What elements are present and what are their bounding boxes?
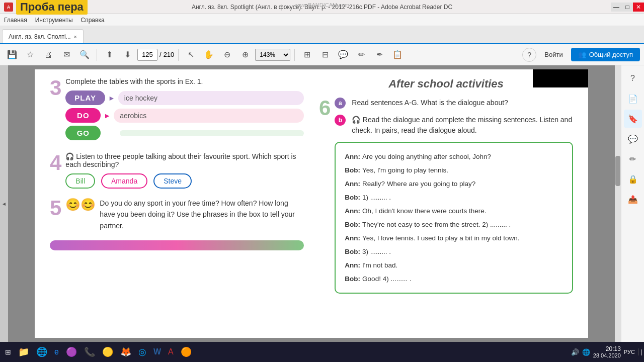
start-button[interactable]: ⊞ (2, 343, 14, 361)
hand-tool-button[interactable]: ✋ (201, 47, 217, 63)
ex5-number: 5 (50, 198, 61, 219)
zoom-in-button[interactable]: ⊕ (237, 47, 253, 63)
taskbar-acrobat[interactable]: A (165, 343, 177, 361)
share-button[interactable]: 👥 Общий доступ (571, 48, 640, 61)
speaker-bob-5: Bob: (345, 272, 360, 286)
taskbar-file-explorer[interactable]: 📁 (15, 343, 32, 361)
speaker-bob-1: Bob: (345, 163, 360, 177)
speaker-icon[interactable]: 🔊 (571, 348, 579, 356)
maximize-button[interactable]: □ (622, 3, 633, 12)
taskbar-ie[interactable]: e (51, 343, 62, 361)
taskbar-app1[interactable]: 🟣 (63, 343, 80, 361)
line-ann-1: Are you doing anything after school, Joh… (362, 150, 491, 163)
pdf-left-column: 3 Complete the tables with the sports in… (50, 77, 304, 330)
do-row: DO ► aerobics (65, 108, 304, 123)
sign-in-button[interactable]: Войти (540, 49, 567, 60)
line-ann-3: Oh, I didn't know there were courts ther… (362, 204, 486, 218)
print-button[interactable]: 🖨 (40, 47, 56, 63)
taskbar-time-block: 20:13 28.04.2020 (593, 345, 621, 358)
dialogue-line-6: Ann: Yes, I love tennis. I used to play … (345, 231, 563, 245)
toolbar-separator-3 (294, 49, 295, 61)
close-button[interactable]: ✕ (633, 3, 644, 12)
line-ann-4: Yes, I love tennis. I used to play a bit… (362, 231, 519, 245)
taskbar: ⊞ 📁 🌐 e 🟣 📞 🟡 🦊 ◎ W A 🟠 🔊 🌐 20:13 28.04.… (0, 342, 644, 362)
dialogue-line-7: Bob: 3) ......... . (345, 245, 563, 258)
sidebar-bookmarks-button[interactable]: 🔖 (624, 110, 642, 128)
cursor-tool-button[interactable]: ↖ (183, 47, 199, 63)
ex4-number: 4 (50, 152, 61, 173)
menu-home[interactable]: Главная (4, 17, 27, 24)
play-arrow-icon: ► (108, 94, 115, 102)
page-wrapper: 3 Complete the tables with the sports in… (8, 65, 615, 342)
sidebar-highlight-button[interactable]: ✏ (624, 150, 642, 168)
play-content-field: ice hockey (118, 91, 304, 105)
zoom-select[interactable]: 143% 100% 75% 125% (255, 49, 290, 61)
marquee-zoom-button[interactable]: ⊞ (299, 47, 315, 63)
email-button[interactable]: ✉ (58, 47, 74, 63)
comment-button[interactable]: 💬 (335, 47, 351, 63)
sidebar-help-button[interactable]: ? (624, 69, 642, 87)
play-pill: PLAY (65, 90, 105, 105)
prev-page-button[interactable]: ⬆ (101, 47, 117, 63)
forms-button[interactable]: 📋 (389, 47, 406, 63)
line-bob-1: Yes, I'm going to play tennis. (362, 163, 448, 177)
scroll-thumb[interactable] (615, 156, 620, 186)
dialogue-line-8: Ann: I'm not bad. (345, 258, 563, 272)
line-bob-2: 1) ......... . (362, 191, 391, 204)
watermark: www.BANDICAM.com (295, 2, 349, 8)
help-button[interactable]: ? (522, 48, 536, 62)
taskbar-sys-icons: 🔊 🌐 20:13 28.04.2020 РУС | (571, 345, 642, 358)
steve-pill: Steve (153, 173, 192, 189)
save-button[interactable]: 💾 (4, 47, 20, 63)
page-nav: / 210 (137, 49, 174, 61)
taskbar-vlc[interactable]: 🟠 (178, 343, 195, 361)
ex3-instruction: Complete the tables with the sports in E… (65, 77, 304, 85)
scroll-mode-button[interactable]: ⊟ (317, 47, 333, 63)
ex6a-badge: a (335, 98, 346, 109)
sidebar-pages-button[interactable]: 📄 (624, 89, 642, 108)
tab-label: Англ. яз. 8кл. Сполтl... (9, 33, 71, 40)
ex6a-text: Read sentences A-G. What is the dialogue… (352, 98, 573, 108)
do-arrow-icon: ► (104, 112, 111, 120)
line-bob-3: They're not easy to see from the street.… (362, 218, 511, 231)
app-logo: A Проба пера (0, 0, 88, 15)
menu-help[interactable]: Справка (81, 17, 105, 24)
sidebar-lock-button[interactable]: 🔒 (624, 170, 642, 188)
highlight-button[interactable]: ✏ (353, 47, 369, 63)
menu-tools[interactable]: Инструменты (35, 17, 73, 24)
taskbar-app2[interactable]: 📞 (81, 343, 98, 361)
network-icon[interactable]: 🌐 (582, 348, 590, 356)
taskbar-app4[interactable]: 🦊 (117, 343, 134, 361)
taskbar-date: 28.04.2020 (593, 352, 621, 358)
taskbar-app5[interactable]: ◎ (135, 343, 149, 361)
show-desktop-icon[interactable]: | (638, 348, 642, 355)
sidebar-export-button[interactable]: 📤 (624, 190, 642, 208)
emoji-faces-icon: 😊😊 (65, 198, 96, 212)
ex4-content: 🎧 Listen to three people talking about t… (65, 152, 304, 189)
name-pills-row: Bill Amanda Steve (65, 173, 304, 189)
sidebar-comments-button[interactable]: 💬 (624, 130, 642, 148)
tab-pdf[interactable]: Англ. яз. 8кл. Сполтl... × (2, 29, 84, 43)
tab-close-icon[interactable]: × (74, 34, 77, 40)
bookmark-button[interactable]: ☆ (22, 47, 38, 63)
zoom-out-small-button[interactable]: 🔍 (76, 47, 93, 63)
pdf-page: 3 Complete the tables with the sports in… (35, 69, 588, 338)
next-page-button[interactable]: ⬇ (119, 47, 135, 63)
dialogue-line-0: Ann: Are you doing anything after school… (345, 150, 563, 163)
do-pill: DO (65, 108, 101, 123)
left-panel-toggle[interactable]: ◄ (0, 65, 8, 342)
ex6b-text: Read the dialogue and complete the missi… (352, 116, 572, 134)
page-number-input[interactable] (137, 49, 157, 61)
minimize-button[interactable]: — (611, 3, 622, 12)
vertical-scrollbar[interactable] (615, 65, 621, 342)
zoom-out-button[interactable]: ⊖ (219, 47, 235, 63)
sign-button[interactable]: ✒ (371, 47, 387, 63)
taskbar-app3[interactable]: 🟡 (99, 343, 116, 361)
ex6a: a Read sentences A-G. What is the dialog… (335, 98, 573, 109)
dialogue-line-2: Ann: Really? Where are you going to play… (345, 177, 563, 191)
taskbar-chrome[interactable]: 🌐 (33, 343, 50, 361)
speaker-bob-2: Bob: (345, 191, 360, 204)
toolbar-separator-1 (97, 49, 97, 61)
taskbar-word[interactable]: W (150, 343, 164, 361)
amanda-pill: Amanda (101, 173, 147, 189)
